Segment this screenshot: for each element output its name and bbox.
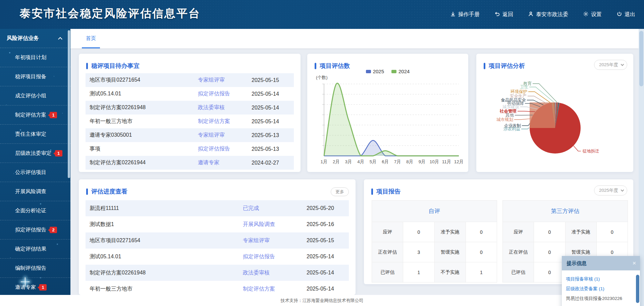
metric-value: 0 [403, 222, 434, 242]
notification-scrollbar-thumb[interactable] [636, 275, 639, 303]
year-select[interactable]: 2025年度 [594, 60, 627, 70]
svg-text:4月: 4月 [357, 159, 364, 164]
page-scrollbar-thumb[interactable] [639, 31, 643, 86]
stage-link[interactable]: 制定评估方案 [243, 286, 307, 293]
stage-link[interactable]: 邀请专家 [198, 159, 252, 166]
card-pending-items: 稳评项目待办事宜 地区市项目02271654专家组评审2025-05-15测试0… [79, 54, 301, 172]
sidebar-item-1[interactable]: 年初项目计划 [0, 48, 70, 67]
tab-home[interactable]: 首页 [81, 29, 101, 48]
tab-home-label: 首页 [86, 35, 96, 41]
report-table-title: 自评 [372, 201, 497, 222]
metric-label: 准予实施 [434, 222, 466, 242]
metric-label: 正在评估 [372, 242, 403, 262]
close-icon[interactable]: × [633, 256, 636, 270]
stage-link[interactable]: 拟定评估报告 [198, 90, 252, 97]
sidebar-item-2[interactable]: 稳评项目报备 [0, 67, 70, 86]
sidebar-group-label: 风险评估业务 [7, 35, 39, 42]
sidebar-scrollbar[interactable] [68, 30, 70, 178]
card-progress-view: 评估进度查看 更多 新流程11111已完成2025-05-20测试数据1开展风险… [79, 179, 356, 295]
notification-list: 项目报备审核 (1)层级政法委备案 (1)简易过往项目报备20230226 [562, 270, 640, 306]
sidebar-item-3[interactable]: 成立评估小组 [0, 86, 70, 105]
progress-row: 测试05.14.01拟定评估报告2025-05-14 [86, 249, 349, 265]
menu-item-logout[interactable]: 退出 [616, 11, 635, 18]
sidebar-item-6[interactable]: 层级政法委审定1 [0, 144, 70, 163]
project-name: 年初一般三方地市 [90, 118, 198, 125]
stage-link[interactable]: 拟定评估报告 [243, 253, 307, 260]
metric-label: 已评估 [503, 262, 534, 282]
legend-label: 2024 [398, 69, 410, 74]
row-date: 2025-05-14 [252, 91, 289, 97]
menu-item-label: 设置 [591, 11, 602, 18]
svg-text:1月: 1月 [320, 159, 327, 164]
chevron-down-icon [621, 188, 624, 192]
card-assessment-analysis-title: 项目评估分析 [484, 62, 525, 70]
year-select[interactable]: 2025年度 [594, 185, 627, 195]
pie-label: 卫生 [520, 85, 528, 89]
metric-label: 准予实施 [565, 222, 596, 242]
row-date: 2024-02-27 [252, 160, 289, 166]
report-table-title: 第三方评估 [503, 201, 628, 222]
stage-link[interactable]: 政法委审核 [198, 104, 252, 111]
notification-badge: 1 [50, 112, 57, 118]
project-name: 地区市项目02271654 [90, 77, 198, 84]
menu-item-label: 返回 [502, 11, 513, 18]
metric-label: 不予实施 [434, 262, 466, 282]
notification-link[interactable]: 项目报备审核 (1) [566, 274, 636, 284]
sidebar-item-5[interactable]: 责任主体审定 [0, 125, 70, 144]
stage-link[interactable]: 开展风险调查 [243, 221, 307, 228]
row-date: 2025-05-15 [252, 77, 289, 83]
chart-legend: 20252024 [307, 69, 468, 74]
stage-link[interactable]: 专家组评审 [198, 77, 252, 84]
menu-item-label: 泰安市政法委 [536, 11, 568, 18]
pending-row: 制定评估方案02261944邀请专家2024-02-27 [86, 156, 294, 170]
legend-item-2025[interactable]: 2025 [366, 69, 384, 74]
title-bar-decoration [86, 188, 88, 195]
title-bar-decoration [371, 188, 373, 195]
svg-text:8月: 8月 [406, 159, 413, 164]
download-icon [450, 11, 456, 18]
year-select-value: 2025年度 [599, 62, 618, 67]
sidebar-item-4[interactable]: 制定评估方案1 [0, 105, 70, 125]
stage-link[interactable]: 专家组评审 [198, 132, 252, 139]
card-title-text: 稳评项目待办事宜 [91, 62, 140, 70]
stage-link[interactable]: 专家组评审 [243, 237, 307, 244]
sidebar-item-11[interactable]: 确定评估结果 [0, 239, 70, 259]
pending-row: 制定评估方案02261948政法委审核2025-05-14 [86, 101, 294, 115]
notification-popup-header: 提示信息 × [562, 256, 640, 270]
card-title-text: 评估进度查看 [91, 187, 127, 195]
notification-link[interactable]: 层级政法委备案 (1) [566, 284, 636, 294]
sidebar-item-13[interactable]: 邀请专家1 [0, 278, 70, 296]
menu-item-manual[interactable]: 操作手册 [450, 11, 480, 18]
progress-row: 测试数据1开展风险调查2025-05-16 [86, 216, 349, 232]
sparkle-decoration [21, 277, 30, 286]
stage-link[interactable]: 拟定评估报告 [198, 145, 252, 152]
menu-item-settings[interactable]: 设置 [583, 11, 602, 18]
stage-link[interactable]: 制定评估方案 [198, 118, 252, 125]
sidebar: 风险评估业务 年初项目计划稳评项目报备成立评估小组制定评估方案1责任主体审定层级… [0, 29, 70, 296]
pie-label: 征地拆迁 [582, 149, 599, 154]
metric-value: 0 [466, 222, 497, 242]
pie-label: 涉农利益 [503, 127, 520, 131]
sidebar-item-label: 层级政法委审定 [15, 150, 52, 157]
legend-item-2024[interactable]: 2024 [391, 69, 410, 74]
row-date: 2025-05-20 [307, 205, 344, 211]
chevron-up-icon [58, 37, 62, 41]
row-date: 2025-05-14 [307, 254, 344, 260]
sidebar-item-10[interactable]: 拟定评估报告2 [0, 220, 70, 239]
sidebar-item-label: 责任主体审定 [15, 131, 46, 138]
row-date: 2025-05-14 [307, 286, 344, 292]
page-title: 泰安市社会稳定风险评估信息平台 [19, 6, 201, 21]
sidebar-item-12[interactable]: 编制评估报告 [0, 259, 70, 278]
sidebar-group-risk-assessment[interactable]: 风险评估业务 [0, 29, 70, 48]
stage-link[interactable]: 已完成 [243, 205, 307, 212]
chevron-down-icon [621, 63, 624, 66]
stage-link[interactable]: 政法委审核 [243, 269, 307, 276]
assessment-count-chart: 1月2月3月4月5月6月7月8月9月10月11月12月 [311, 80, 464, 168]
sidebar-item-8[interactable]: 开展风险调查 [0, 182, 70, 201]
menu-item-back[interactable]: 返回 [494, 11, 513, 18]
metric-label: 应评 [503, 222, 534, 242]
more-button[interactable]: 更多 [331, 187, 349, 196]
sidebar-item-9[interactable]: 全面分析论证 [0, 201, 70, 220]
menu-item-account[interactable]: 泰安市政法委 [528, 11, 568, 18]
sidebar-item-7[interactable]: 公示评估项目 [0, 163, 70, 182]
